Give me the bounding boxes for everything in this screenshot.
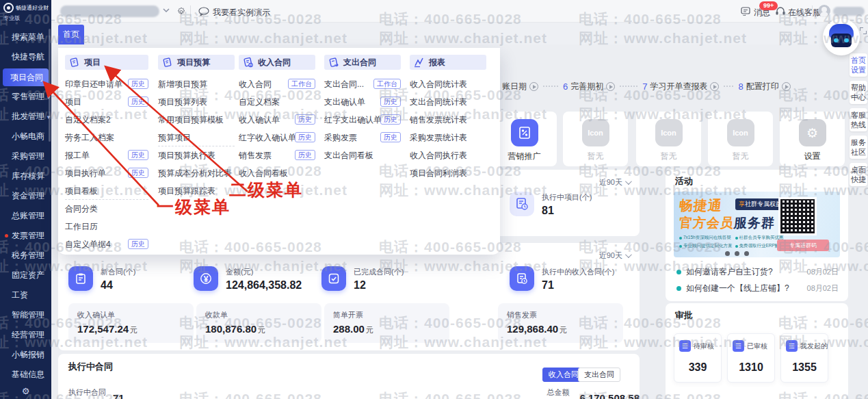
quick-app-设置[interactable]: ⚙设置 — [780, 112, 845, 166]
news-item[interactable]: 如何邀请客户自主订货?08月02日 — [676, 266, 839, 278]
menu-item-常用项目预算模板[interactable]: 常用项目预算模板 — [158, 111, 235, 129]
menu-item-工作日历[interactable]: 工作日历 — [65, 218, 148, 235]
menu-header-项目[interactable]: 项目 — [65, 55, 148, 70]
menu-item-红字收入确认单[interactable]: 红字收入确认单历史 — [239, 129, 315, 146]
menu-item-新增项目预算[interactable]: 新增项目预算 — [158, 75, 235, 93]
menu-header-收入合同[interactable]: ¥收入合同 — [239, 55, 315, 70]
sidebar-scrollbar[interactable] — [49, 29, 51, 142]
stat-value[interactable]: 12 — [354, 279, 404, 292]
message-icon[interactable] — [741, 7, 751, 16]
onboarding-step-8[interactable]: 8配置打印 — [738, 81, 790, 92]
stat-value[interactable]: 71 — [542, 279, 614, 292]
onboarding-step-账日期[interactable]: 账日期 — [502, 81, 538, 92]
menu-item-自定义档案2[interactable]: 自定义档案2 — [65, 111, 148, 129]
play-circle-icon[interactable] — [782, 82, 791, 91]
menu-item-项目看板[interactable]: 项目看板 — [65, 182, 148, 200]
fullscreen-icon[interactable] — [860, 27, 867, 34]
menu-item-项目[interactable]: 项目历史 — [65, 93, 148, 111]
subcard-收款单[interactable]: 收款单180,876.80元 — [196, 303, 321, 343]
sidebar-settings-gear-icon[interactable]: ⚙ — [0, 386, 51, 396]
sidebar-item-小畅报销[interactable]: 小畅报销 — [0, 345, 51, 365]
quick-app-暂无[interactable]: Icon暂无 — [636, 112, 701, 166]
play-circle-icon[interactable] — [529, 82, 538, 91]
news-item[interactable]: 如何创建一个【线上店铺】?08月02日 — [676, 282, 839, 294]
sidebar-item-基础信息[interactable]: 基础信息 — [0, 365, 51, 385]
rail-item-服务社区[interactable]: 服务社区 — [850, 136, 867, 159]
menu-item-销售发票统计表[interactable]: 销售发票统计表 — [410, 111, 486, 129]
sidebar-item-批发管理[interactable]: 批发管理▼ — [0, 107, 51, 127]
subcard-销售发票[interactable]: 销售发票129,868.40元 — [498, 303, 623, 343]
approval-我发起的[interactable]: ☰我发起的1355 — [780, 333, 828, 383]
menu-item-预算成本分析对比表[interactable]: 预算成本分析对比表 — [158, 164, 235, 182]
menu-header-报表[interactable]: 报表 — [410, 55, 486, 70]
approval-待审核[interactable]: ☰待审核339 — [674, 333, 722, 383]
demo-bubble-icon[interactable] — [198, 7, 209, 16]
stat-value[interactable]: 81 — [542, 205, 592, 217]
menu-item-支出合同统计表[interactable]: 支出合同统计表 — [410, 93, 486, 111]
menu-item-合同分类[interactable]: 合同分类 — [65, 200, 148, 218]
sidebar-item-搜索菜单[interactable]: 搜索菜单 — [0, 27, 51, 47]
chevron-down-icon[interactable] — [163, 8, 170, 13]
sidebar-item-库存核算[interactable]: 库存核算 — [0, 166, 51, 186]
subcard-简单开票[interactable]: 简单开票288.00元 — [324, 303, 449, 343]
menu-item-支出合同...[interactable]: 支出合同...工作台 — [324, 75, 401, 93]
tab-home[interactable]: 首页 — [58, 25, 84, 44]
menu-item-项目预算跟踪表[interactable]: 项目预算跟踪表 — [158, 182, 235, 200]
menu-item-采购发票统计表[interactable]: 采购发票统计表 — [410, 129, 486, 146]
expense-contract-tab-button[interactable]: 支出合同 — [578, 368, 620, 382]
sidebar-item-智能管理[interactable]: 智能管理 — [0, 305, 51, 325]
menu-item-印章归还申请单[interactable]: 印章归还申请单历史 — [65, 75, 148, 93]
play-circle-icon[interactable] — [710, 82, 719, 91]
menu-item-支出确认单[interactable]: 支出确认单历史 — [324, 93, 401, 111]
contract-stats-filter[interactable]: 近90天 — [599, 250, 630, 261]
sidebar-item-经营管理[interactable]: 经营管理 — [0, 325, 51, 345]
menu-item-销售发票[interactable]: 销售发票历史 — [239, 146, 315, 164]
support-link[interactable]: 在线客服 — [788, 7, 821, 18]
play-circle-icon[interactable] — [606, 82, 615, 91]
membership-banner[interactable]: 畅捷通 享社群专属权益 官方会员服务群 7x15h资深顾问在线答疑社群会员专享购… — [674, 192, 840, 257]
menu-item-项目预算执行表[interactable]: 项目预算执行表 — [158, 146, 235, 164]
menu-item-收入合同[interactable]: 收入合同工作台 — [239, 75, 315, 93]
project-stats-filter[interactable]: 近90天 — [599, 177, 630, 188]
onboarding-step-6[interactable]: 6完善期初 — [563, 81, 615, 92]
demo-link[interactable]: 我要看实例演示 — [213, 7, 270, 18]
menu-item-预算项目[interactable]: 预算项目 — [158, 129, 235, 146]
onboarding-step-7[interactable]: 7学习开单查报表 — [642, 81, 719, 92]
menu-item-报工单[interactable]: 报工单历史 — [65, 146, 148, 164]
menu-item-收入合同统计表[interactable]: 收入合同统计表 — [410, 75, 486, 93]
gear-icon[interactable] — [176, 6, 187, 16]
sidebar-item-零售管理[interactable]: 零售管理▼ — [0, 87, 51, 107]
stat-value[interactable]: 44 — [101, 279, 135, 292]
sidebar-item-工资[interactable]: 工资 — [0, 285, 51, 305]
menu-item-收入确认单[interactable]: 收入确认单历史 — [239, 111, 315, 129]
sidebar-item-资金管理[interactable]: 资金管理 — [0, 186, 51, 206]
user-avatar[interactable] — [818, 5, 830, 17]
stat-value[interactable]: 124,864,358.82 — [226, 279, 302, 292]
rail-item-客服热线[interactable]: 客服热线 — [850, 108, 867, 131]
subcard-收入确认单[interactable]: 收入确认单172,547.24元 — [68, 303, 194, 343]
menu-item-劳务工人档案[interactable]: 劳务工人档案 — [65, 129, 148, 146]
rail-item-首页设置[interactable]: 首页设置 — [850, 53, 867, 77]
menu-item-收入合同看板[interactable]: 收入合同看板 — [239, 164, 315, 182]
sidebar-item-小畅电商[interactable]: 小畅电商 — [0, 127, 51, 146]
carousel-dots[interactable] — [725, 251, 749, 256]
quick-app-营销推广[interactable]: 营销推广 — [492, 112, 557, 166]
sidebar-item-项目合同[interactable]: 项目合同 — [3, 68, 49, 86]
rail-item-桌面快捷[interactable]: 桌面快捷 — [850, 163, 867, 186]
menu-item-红字支出确认单[interactable]: 红字支出确认单历史 — [324, 111, 401, 129]
sidebar-item-总账管理[interactable]: 总账管理 — [0, 206, 51, 226]
assistant-robot-avatar[interactable] — [823, 18, 860, 55]
menu-item-自定义单据4[interactable]: 自定义单据4历史 — [65, 235, 148, 253]
quick-app-暂无[interactable]: Icon暂无 — [708, 112, 773, 166]
menu-item-支出合同看板[interactable]: 支出合同看板 — [324, 146, 401, 164]
menu-header-支出合同[interactable]: 支出合同 — [324, 55, 401, 70]
username-redacted[interactable] — [833, 7, 865, 16]
running-total-value[interactable]: 6,170,508.58 — [579, 392, 640, 399]
menu-item-项目合同利润表[interactable]: 项目合同利润表 — [410, 164, 486, 182]
running-count-value[interactable]: 71 — [113, 392, 124, 399]
menu-header-项目预算[interactable]: 项目预算 — [158, 55, 235, 70]
quick-app-暂无[interactable]: Icon暂无 — [563, 112, 628, 166]
sidebar-item-发票管理[interactable]: 发票管理 — [0, 226, 51, 246]
menu-item-自定义档案[interactable]: 自定义档案 — [239, 93, 315, 111]
sidebar-item-采购管理[interactable]: 采购管理 — [0, 146, 51, 166]
